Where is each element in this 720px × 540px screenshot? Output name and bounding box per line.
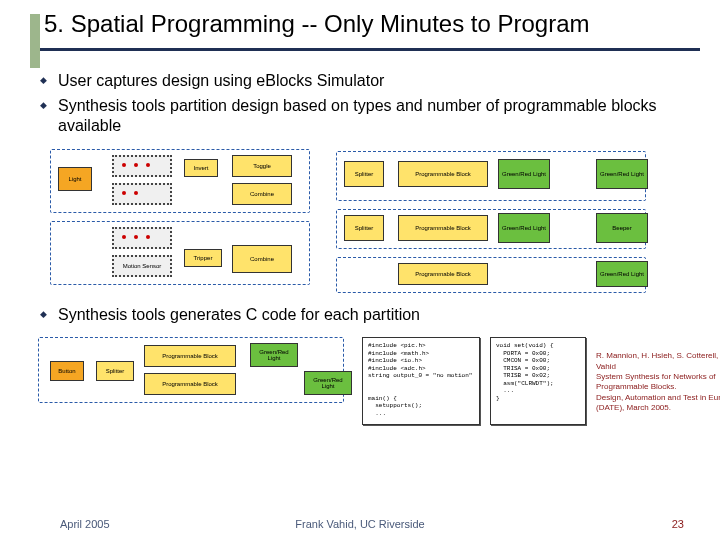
d2-prog-1: Programmable Block [144, 345, 236, 367]
d2-green-2: Green/Red Light [304, 371, 352, 395]
slide-footer: April 2005 Frank Vahid, UC Riverside 23 [0, 518, 720, 530]
slide-title: 5. Spatial Programming -- Only Minutes t… [44, 10, 700, 38]
block-greenlight-r3: Green/Red Light [596, 261, 648, 287]
bullet-3: Synthesis tools generates C code for eac… [58, 305, 680, 325]
block-prog-r1: Programmable Block [398, 161, 488, 187]
block-beeper-r2: Beeper [596, 213, 648, 243]
code-snippet-2: void set(void) { PORTA = 0x00; CMCON = 0… [490, 337, 586, 425]
block-greenlight-r1b: Green/Red Light [596, 159, 648, 189]
block-light: Light [58, 167, 92, 191]
footer-author: Frank Vahid, UC Riverside [0, 518, 720, 530]
block-toggle-top: Toggle [232, 155, 292, 177]
d2-button: Button [50, 361, 84, 381]
block-sensor-tl [112, 155, 172, 177]
block-sensor-bl [112, 227, 172, 249]
d2-splitter: Splitter [96, 361, 134, 381]
title-accent-bar [30, 14, 40, 68]
block-motion-sensor: Motion Sensor [112, 255, 172, 277]
block-tripper: Tripper [184, 249, 222, 267]
bullet-2: Synthesis tools partition design based o… [58, 96, 680, 137]
block-invert: Invert [184, 159, 218, 177]
block-prog-r3: Programmable Block [398, 263, 488, 285]
block-greenlight-r1: Green/Red Light [498, 159, 550, 189]
block-greenlight-r2: Green/Red Light [498, 213, 550, 243]
citation-text: R. Mannion, H. Hsieh, S. Cotterell, F. V… [596, 351, 720, 413]
slide-title-area: 5. Spatial Programming -- Only Minutes t… [0, 0, 720, 44]
d2-prog-2: Programmable Block [144, 373, 236, 395]
diagram-codegen: Button Splitter Programmable Block Progr… [40, 331, 680, 441]
bullet-1: User captures design using eBlocks Simul… [58, 71, 680, 91]
diagram-partition: Light Invert Toggle Combine Motion Senso… [40, 145, 680, 295]
block-combine-2: Combine [232, 245, 292, 273]
d2-green-1: Green/Red Light [250, 343, 298, 367]
block-splitter-r1: Splitter [344, 161, 384, 187]
slide-content: User captures design using eBlocks Simul… [0, 51, 720, 441]
block-combine: Combine [232, 183, 292, 205]
code-snippet-1: #include <pic.h> #include <math.h> #incl… [362, 337, 480, 425]
block-sensor-tr [112, 183, 172, 205]
block-splitter-r2: Splitter [344, 215, 384, 241]
block-prog-r2: Programmable Block [398, 215, 488, 241]
